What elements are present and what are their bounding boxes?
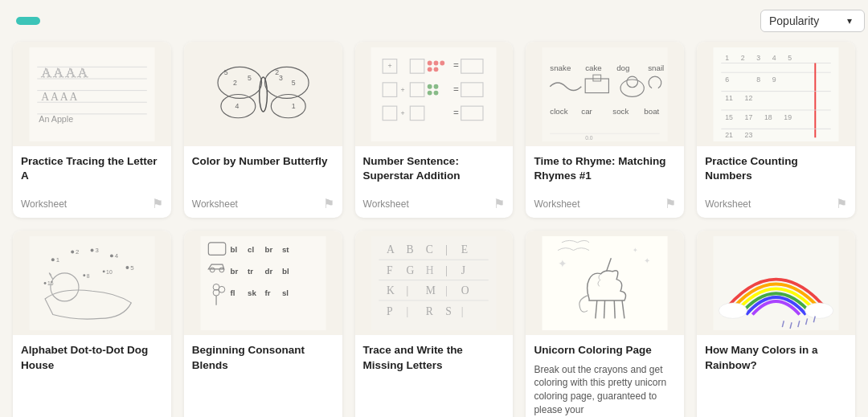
card-type-4: Worksheet: [705, 198, 751, 210]
svg-text:+: +: [401, 85, 405, 93]
svg-point-98: [83, 274, 85, 276]
card-thumbnail-9: [697, 231, 855, 335]
svg-text:=: =: [453, 106, 459, 117]
svg-text:6: 6: [725, 75, 729, 83]
card-card-4[interactable]: snake cake dog snail clock car sock boat: [526, 42, 684, 218]
svg-line-151: [604, 300, 605, 318]
bookmark-icon-3[interactable]: ⚑: [665, 196, 676, 211]
card-thumbnail-5: 1 2 3 4 5 8 10 15: [13, 231, 171, 335]
svg-point-91: [90, 249, 93, 252]
card-card-2[interactable]: 2 5 3 5 4 1 5 2 Color by Number Butterfl…: [184, 42, 342, 218]
svg-point-37: [428, 84, 432, 88]
kindergarten-filter-tag[interactable]: [16, 17, 40, 25]
card-title-6: Beginning Consonant Blends: [192, 343, 334, 372]
card-title-5: Alphabet Dot-to-Dot Dog House: [21, 343, 163, 372]
svg-text:clock: clock: [551, 106, 568, 115]
svg-rect-9: [200, 47, 326, 141]
card-title-2: Number Sentence: Superstar Addition: [363, 154, 506, 183]
bookmark-icon-2[interactable]: ⚑: [493, 196, 505, 211]
card-footer-3: Worksheet⚑: [526, 193, 684, 218]
card-card-8[interactable]: A B C | E F G H | J K | M | O P |: [355, 231, 514, 417]
card-thumbnail-8: ✦ ✦ ✦: [526, 231, 684, 335]
svg-text:5: 5: [248, 73, 252, 81]
card-thumbnail-7: A B C | E F G H | J K | M | O P |: [355, 231, 514, 335]
svg-text:18: 18: [764, 112, 772, 121]
card-description-8: Break out the crayons and get coloring w…: [534, 363, 676, 417]
svg-text:C: C: [426, 243, 433, 256]
svg-text:5: 5: [130, 264, 134, 272]
svg-text:8: 8: [756, 75, 760, 83]
card-body-0: Practice Tracing the Letter A: [13, 146, 171, 193]
svg-point-87: [51, 258, 55, 261]
svg-text:|: |: [461, 305, 464, 317]
svg-text:dog: dog: [616, 63, 629, 72]
svg-text:2: 2: [741, 53, 745, 61]
svg-point-159: [805, 303, 833, 319]
svg-point-31: [434, 67, 439, 72]
top-bar: Popularity Newest Rating ▾: [0, 0, 868, 42]
svg-text:J: J: [461, 264, 466, 276]
svg-text:19: 19: [784, 112, 792, 121]
svg-text:|: |: [407, 284, 409, 296]
svg-text:R: R: [426, 305, 434, 317]
svg-point-89: [71, 250, 74, 253]
svg-text:H: H: [426, 264, 434, 276]
card-title-4: Practice Counting Numbers: [705, 154, 847, 183]
svg-text:P: P: [387, 305, 393, 317]
svg-text:✦: ✦: [645, 256, 651, 265]
card-body-5: Alphabet Dot-to-Dot Dog House: [13, 335, 171, 417]
svg-point-93: [110, 254, 113, 257]
card-meta-4: Worksheet: [705, 198, 751, 210]
card-card-10[interactable]: How Many Colors in a Rainbow?Worksheet⚑: [697, 231, 855, 417]
svg-text:B: B: [407, 243, 414, 256]
svg-text:=: =: [453, 83, 459, 93]
svg-text:3: 3: [95, 247, 98, 254]
svg-point-38: [434, 84, 439, 88]
svg-text:23: 23: [745, 131, 753, 139]
card-card-6[interactable]: 1 2 3 4 5 8 10 15: [13, 231, 171, 417]
svg-point-39: [428, 90, 432, 95]
svg-text:fl: fl: [230, 288, 235, 297]
card-card-5[interactable]: 1 2 3 4 5 6 8 9 11 12 15 17 18 19: [697, 42, 855, 218]
card-body-6: Beginning Consonant Blends: [184, 335, 342, 417]
card-title-8: Unicorn Coloring Page: [534, 343, 676, 358]
bookmark-icon-0[interactable]: ⚑: [152, 196, 163, 211]
svg-text:bl: bl: [282, 267, 289, 276]
svg-text:A A A A: A A A A: [41, 64, 88, 80]
svg-text:G: G: [407, 264, 415, 276]
svg-text:1: 1: [56, 256, 59, 264]
svg-text:15: 15: [47, 280, 54, 286]
card-thumbnail-3: snake cake dog snail clock car sock boat: [526, 42, 684, 146]
cards-grid: A A A A A A A A An Apple Practice Tracin…: [0, 42, 868, 417]
card-card-1[interactable]: A A A A A A A A An Apple Practice Tracin…: [13, 42, 171, 218]
svg-text:sk: sk: [248, 288, 256, 297]
svg-text:+: +: [401, 108, 405, 117]
card-card-9[interactable]: ✦ ✦ ✦ Unicorn Coloring PageBreak out the…: [526, 231, 684, 417]
card-card-7[interactable]: bl cl br st br tr dr bl fl sk fr: [184, 231, 342, 417]
svg-text:br: br: [264, 244, 272, 253]
svg-text:|: |: [446, 284, 448, 296]
svg-text:2: 2: [76, 248, 79, 256]
svg-text:10: 10: [106, 269, 113, 275]
svg-text:2: 2: [233, 78, 237, 86]
sort-select[interactable]: Popularity Newest Rating: [760, 10, 865, 32]
svg-text:tr: tr: [248, 267, 253, 276]
bookmark-icon-4[interactable]: ⚑: [836, 196, 847, 211]
svg-text:st: st: [282, 244, 289, 253]
svg-point-28: [434, 60, 439, 65]
card-meta-2: Worksheet: [363, 198, 409, 210]
bookmark-icon-1[interactable]: ⚑: [323, 196, 334, 211]
svg-text:5: 5: [223, 68, 227, 76]
svg-text:✦: ✦: [633, 246, 638, 253]
svg-text:snake: snake: [551, 63, 571, 72]
svg-text:1: 1: [725, 53, 729, 61]
svg-text:9: 9: [772, 75, 776, 83]
svg-text:An Apple: An Apple: [39, 113, 73, 123]
svg-text:3: 3: [279, 73, 283, 81]
card-type-1: Worksheet: [192, 198, 238, 210]
svg-point-27: [428, 60, 432, 65]
card-body-8: Unicorn Coloring PageBreak out the crayo…: [526, 335, 684, 417]
svg-text:fr: fr: [264, 288, 270, 297]
card-footer-0: Worksheet⚑: [13, 193, 171, 218]
card-card-3[interactable]: + = + =: [355, 42, 514, 218]
